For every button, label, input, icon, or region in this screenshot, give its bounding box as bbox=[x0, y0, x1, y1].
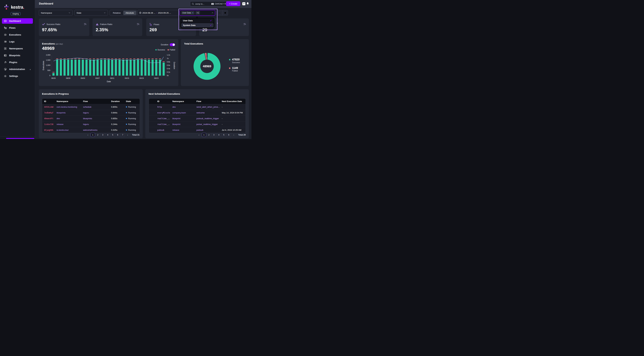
page-button-2[interactable]: 2 bbox=[207, 133, 211, 137]
page-button-1[interactable]: 1 bbox=[202, 133, 206, 137]
page-button-6[interactable]: 6 bbox=[227, 133, 231, 137]
sidebar-scroll-indicator[interactable] bbox=[6, 138, 34, 139]
flow-link[interactable]: blueprints bbox=[83, 117, 92, 120]
clock-icon bbox=[139, 12, 142, 14]
refresh-icon[interactable] bbox=[222, 10, 228, 15]
flow-link[interactable]: loguru bbox=[83, 123, 89, 125]
sidebar-item-settings[interactable]: Settings bbox=[2, 73, 33, 79]
page-button-5[interactable]: 5 bbox=[111, 133, 115, 137]
namespace-link[interactable]: blueprints bbox=[56, 111, 66, 114]
namespace-link[interactable]: company.team bbox=[172, 111, 186, 114]
page-button-5[interactable]: 5 bbox=[222, 133, 226, 137]
flow-link[interactable]: pulsar_realtime_trigger bbox=[196, 123, 218, 125]
namespace-link[interactable]: dev bbox=[56, 117, 60, 120]
create-button[interactable]: + Create bbox=[226, 1, 240, 6]
execution-id-link[interactable]: 40emvVFt bbox=[44, 117, 54, 120]
page-button-6[interactable]: 6 bbox=[116, 133, 120, 137]
flow-link[interactable]: welcomeKestra bbox=[83, 129, 97, 131]
kestra-logo[interactable]: kestra. bbox=[3, 4, 24, 10]
duration-value: 0.855s bbox=[109, 117, 124, 120]
duration-value: 0.800s bbox=[109, 106, 124, 108]
namespace-filter-select[interactable]: Namespace bbox=[39, 10, 73, 16]
table-row: 7edbmKqfblueprintsloguru0.644sRunning bbox=[42, 110, 140, 115]
date-range-picker[interactable]: 2024-08-26 ... - 2024-09-25 ... bbox=[138, 10, 178, 16]
executions-icon bbox=[4, 33, 7, 36]
prev-page-button[interactable]: ‹ bbox=[86, 133, 90, 137]
y-axis-tick-left: 0 bbox=[44, 74, 50, 76]
namespace-link[interactable]: blueprint bbox=[172, 117, 180, 120]
in-progress-table: IDNamespaceFlowDurationState4X5VLnAWcom.… bbox=[42, 98, 140, 133]
namespace-link[interactable]: release bbox=[172, 129, 179, 131]
sidebar-item-logs[interactable]: Logs bbox=[2, 39, 33, 44]
page-button-7[interactable]: 7 bbox=[120, 133, 125, 137]
flow-link[interactable]: send_alert_when_price... bbox=[196, 106, 220, 108]
sidebar-item-flows[interactable]: Flows bbox=[2, 25, 33, 30]
total-executions-card: Total Executions 48969 47820Success 1149… bbox=[181, 39, 249, 86]
executions-total-value: 48969 bbox=[42, 46, 54, 51]
prev-page-button[interactable]: ‹ bbox=[197, 133, 201, 137]
next-page-button[interactable]: › bbox=[232, 133, 236, 137]
page-button-1[interactable]: 1 bbox=[91, 133, 95, 137]
dropdown-item-user-data[interactable]: User Data✓ bbox=[181, 18, 214, 23]
trigger-id-link[interactable]: realtime_... bbox=[157, 117, 170, 120]
y-axis-label-left: Executions bbox=[42, 61, 44, 70]
namespace-link[interactable]: dev bbox=[172, 106, 176, 108]
absolute-option[interactable]: Absolute bbox=[123, 11, 136, 15]
state-filter-select[interactable]: State bbox=[74, 10, 108, 16]
sidebar-item-namespaces[interactable]: Namespaces bbox=[2, 46, 33, 51]
help-button[interactable]: ? bbox=[242, 2, 245, 5]
brand-name: kestra. bbox=[11, 5, 24, 10]
execution-id-link[interactable]: 7edbmKqf bbox=[44, 112, 54, 114]
sidebar-item-plugins[interactable]: Plugins bbox=[2, 60, 33, 65]
legend-success[interactable]: Success bbox=[156, 49, 165, 51]
legend-failed[interactable]: Failed bbox=[168, 49, 175, 51]
administration-icon bbox=[4, 68, 7, 71]
page-button-3[interactable]: 3 bbox=[101, 133, 105, 137]
sidebar-item-dashboard[interactable]: Dashboard bbox=[2, 18, 33, 24]
y-axis-tick-left: 1,500 bbox=[44, 59, 50, 61]
flow-link[interactable]: schedule bbox=[83, 106, 92, 108]
trigger-id-link[interactable]: realtime_... bbox=[157, 123, 170, 125]
flow-link[interactable]: loguru bbox=[83, 111, 89, 114]
flow-link[interactable]: welcome bbox=[196, 111, 204, 114]
trigger-id-link[interactable]: everyMinute bbox=[157, 112, 170, 114]
notifications-bell-icon[interactable] bbox=[246, 2, 249, 5]
running-dot bbox=[126, 124, 127, 125]
trigger-id-link[interactable]: pubsub bbox=[157, 129, 164, 131]
execution-id-link[interactable]: 1zobvCSB bbox=[44, 123, 54, 125]
search-input[interactable]: Jump to... Ctrl/Cmd + K bbox=[190, 1, 228, 6]
namespace-link[interactable]: com.kestra.monitoring bbox=[56, 106, 77, 108]
flow-link[interactable]: pubsub bbox=[196, 129, 203, 131]
search-placeholder: Jump to... bbox=[195, 3, 204, 5]
page-button-3[interactable]: 3 bbox=[212, 133, 216, 137]
namespace-link[interactable]: io.kestra.tour bbox=[56, 129, 69, 131]
list-search-icon[interactable] bbox=[84, 22, 87, 26]
flow-link[interactable]: pubsub_realtime_trigger bbox=[196, 117, 219, 120]
duration-toggle[interactable]: ✓ bbox=[170, 43, 175, 46]
sidebar-item-administration[interactable]: Administration› bbox=[2, 66, 33, 72]
trigger-id-link[interactable]: http bbox=[157, 106, 162, 108]
page-button-4[interactable]: 4 bbox=[217, 133, 221, 137]
duration-line bbox=[52, 55, 166, 76]
column-header: ID bbox=[156, 100, 170, 102]
list-search-icon[interactable] bbox=[137, 22, 140, 26]
column-header: ID bbox=[42, 100, 55, 102]
execution-id-link[interactable]: 4X5VLnAW bbox=[44, 106, 54, 108]
sidebar-item-executions[interactable]: Executions bbox=[2, 32, 33, 37]
execution-id-link[interactable]: 6FyeghDk bbox=[44, 129, 54, 131]
list-search-icon[interactable] bbox=[243, 22, 246, 26]
dropdown-item-system-data[interactable]: System Data✓ bbox=[181, 23, 214, 27]
table-row: realtime_...blueprintpubsub_realtime_tri… bbox=[149, 115, 246, 121]
page-button-4[interactable]: 4 bbox=[106, 133, 110, 137]
auto-refresh-off-icon[interactable] bbox=[217, 10, 222, 15]
next-page-button[interactable]: › bbox=[126, 133, 130, 137]
remove-tag-icon[interactable]: ✕ bbox=[192, 12, 194, 14]
duration-value: 0.244s bbox=[109, 123, 124, 125]
namespace-link[interactable]: release bbox=[56, 123, 64, 125]
data-type-multiselect[interactable]: User Data ✕ +1 bbox=[180, 10, 215, 16]
namespace-link[interactable]: blueprint bbox=[172, 123, 180, 125]
page-button-2[interactable]: 2 bbox=[96, 133, 100, 137]
sidebar-item-blueprints[interactable]: Blueprints bbox=[2, 53, 33, 58]
relative-option[interactable]: Relative bbox=[110, 11, 123, 15]
running-dot bbox=[126, 106, 127, 107]
